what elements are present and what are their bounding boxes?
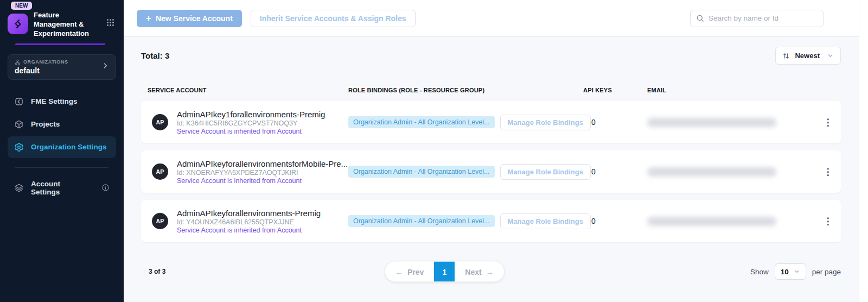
arrow-right-icon: → — [486, 267, 494, 276]
table-row: AP AdminAPIkeyforallenvironments-Premig … — [141, 200, 841, 242]
sidebar-item-label: Organization Settings — [31, 143, 107, 151]
sort-dropdown[interactable]: Newest — [775, 47, 841, 65]
sidebar-nav: FME Settings Projects Or — [0, 91, 124, 199]
avatar: AP — [152, 114, 168, 130]
manage-role-bindings-button[interactable]: Manage Role Bindings — [500, 213, 591, 229]
header-email: EMAIL — [647, 87, 815, 93]
role-binding-chip: Organization Admin - All Organization Le… — [348, 116, 495, 128]
next-page-button[interactable]: Next → — [455, 262, 503, 282]
org-hierarchy-icon — [15, 59, 21, 65]
sidebar-item-label: Projects — [31, 120, 60, 128]
kebab-menu-icon[interactable]: ⋮ — [824, 217, 833, 226]
chevron-down-icon — [827, 52, 834, 59]
gear-icon — [14, 142, 24, 152]
plus-icon: + — [146, 14, 151, 23]
inherited-note: Service Account is inherited from Accoun… — [177, 128, 325, 135]
header-api-keys: API KEYS — [583, 87, 647, 93]
main-area: + New Service Account Inherit Service Ac… — [124, 0, 859, 302]
prev-label: Prev — [407, 267, 424, 276]
role-binding-chip: Organization Admin - All Organization Le… — [348, 215, 495, 227]
sidebar-item-label: Account Settings — [31, 180, 87, 196]
service-account-id: Id: XNOERAFYYA5XPDEZ7AOQTJKIRI — [177, 169, 348, 177]
sidebar-item-organization-settings[interactable]: Organization Settings — [8, 136, 116, 158]
pagination-count: 3 of 3 — [141, 268, 165, 275]
per-page-label: per page — [812, 268, 841, 276]
service-account-id: Id: K364HIC5RI6GZGYCPVST7NOQ3Y — [177, 119, 325, 127]
header-service-account: SERVICE ACCOUNT — [148, 87, 348, 93]
prev-page-button[interactable]: ← Prev — [385, 262, 434, 282]
sort-arrows-icon — [782, 52, 790, 60]
inherited-note: Service Account is inherited from Accoun… — [177, 226, 321, 234]
brand-underline — [15, 43, 105, 45]
show-label: Show — [750, 268, 769, 276]
new-service-account-label: New Service Account — [156, 14, 233, 23]
list-toolbar: Total: 3 Newest — [141, 47, 841, 65]
header-role-bindings: ROLE BINDINGS (ROLE - RESOURCE GROUP) — [348, 87, 583, 93]
api-keys-count: 0 — [583, 167, 647, 176]
new-badge: NEW — [11, 2, 32, 10]
organization-switcher[interactable]: ORGANIZATIONS default — [8, 54, 116, 80]
kebab-menu-icon[interactable]: ⋮ — [824, 118, 833, 127]
organizations-label: ORGANIZATIONS — [23, 59, 68, 65]
table-header-row: SERVICE ACCOUNT ROLE BINDINGS (ROLE - RE… — [141, 87, 841, 93]
manage-role-bindings-button[interactable]: Manage Role Bindings — [500, 115, 591, 130]
nav-divider — [15, 167, 108, 168]
scroll-gutter — [859, 0, 868, 302]
redacted-email — [647, 167, 776, 177]
redacted-email — [647, 217, 776, 226]
chevron-right-icon — [101, 62, 109, 72]
chevron-down-icon — [794, 268, 800, 275]
arrow-left-icon: ← — [395, 267, 403, 276]
inherited-note: Service Account is inherited from Accoun… — [177, 177, 348, 185]
app-grid-icon[interactable] — [106, 18, 115, 29]
new-service-account-button[interactable]: + New Service Account — [137, 10, 242, 27]
service-account-name[interactable]: AdminAPIkey1forallenvironments-Premig — [177, 110, 325, 119]
sidebar-item-projects[interactable]: Projects — [8, 114, 116, 135]
product-title: Feature Management & Experimentation — [34, 11, 97, 39]
search-box — [690, 10, 824, 27]
api-keys-count: 0 — [583, 118, 647, 127]
brand-area: NEW Feature Management & Experimentation — [0, 0, 124, 45]
app-root: NEW Feature Management & Experimentation — [0, 0, 868, 302]
role-binding-chip: Organization Admin - All Organization Le… — [348, 166, 495, 178]
split-outline-icon — [14, 97, 24, 106]
pagination-pill: ← Prev 1 Next → — [385, 262, 504, 282]
content: Total: 3 Newest SERVICE ACCOUNT — [124, 37, 859, 302]
avatar: AP — [152, 163, 168, 180]
inherit-service-accounts-button[interactable]: Inherit Service Accounts & Assign Roles — [251, 10, 416, 27]
layers-icon — [14, 183, 24, 193]
avatar: AP — [152, 213, 168, 229]
table-row: AP AdminAPIkeyforallenvironmentsforMobil… — [141, 150, 841, 193]
page-size-control: Show 10 per page — [750, 263, 841, 280]
page-size-value: 10 — [781, 268, 789, 276]
page-number-button[interactable]: 1 — [434, 262, 455, 282]
service-account-id: Id: Y4OUNXZ46A6IBL6255QTPXJJNE — [177, 218, 321, 226]
service-account-name[interactable]: AdminAPIkeyforallenvironments-Premig — [177, 209, 321, 218]
split-logo-icon — [8, 14, 28, 34]
info-icon[interactable] — [101, 184, 110, 192]
sort-value: Newest — [795, 52, 820, 60]
sidebar-item-account-settings[interactable]: Account Settings — [8, 177, 116, 199]
sidebar-item-label: FME Settings — [31, 97, 78, 105]
search-input[interactable] — [709, 14, 818, 22]
service-account-name[interactable]: AdminAPIkeyforallenvironmentsforMobile-P… — [177, 159, 348, 168]
sidebar: NEW Feature Management & Experimentation — [0, 0, 124, 302]
topbar: + New Service Account Inherit Service Ac… — [124, 0, 859, 37]
page-size-select[interactable]: 10 — [775, 263, 806, 280]
search-icon — [696, 14, 704, 22]
total-count: Total: 3 — [141, 51, 169, 60]
sidebar-item-fme-settings[interactable]: FME Settings — [8, 91, 116, 112]
kebab-menu-icon[interactable]: ⋮ — [824, 167, 833, 177]
next-label: Next — [465, 267, 481, 276]
cube-icon — [14, 119, 24, 129]
pagination-bar: 3 of 3 ← Prev 1 Next → Show 10 — [141, 263, 841, 280]
organization-name: default — [15, 66, 68, 75]
api-keys-count: 0 — [583, 217, 647, 225]
redacted-email — [647, 118, 776, 127]
table-row: AP AdminAPIkey1forallenvironments-Premig… — [141, 101, 841, 143]
manage-role-bindings-button[interactable]: Manage Role Bindings — [500, 164, 591, 180]
